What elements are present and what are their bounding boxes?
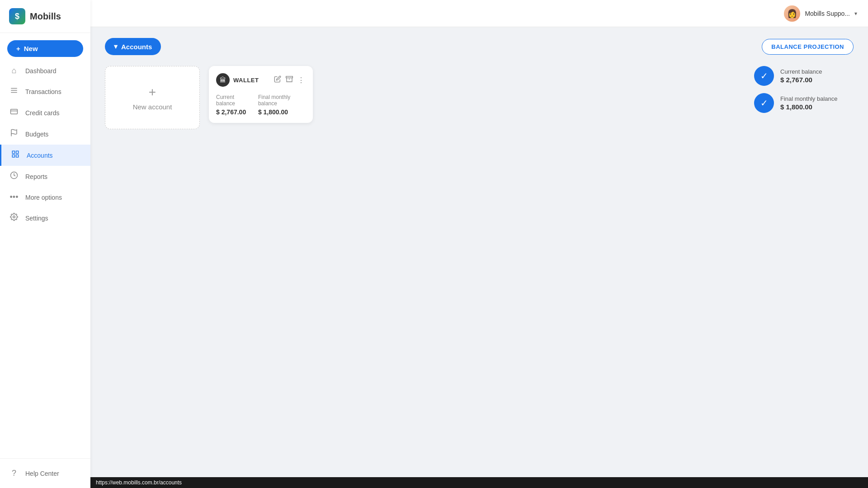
final-monthly-balance-value: $ 1,800.00 — [258, 108, 306, 116]
sidebar-item-label: Dashboard — [25, 67, 57, 75]
sidebar-bottom: ? Help Center — [0, 458, 90, 488]
sidebar-item-reports[interactable]: Reports — [0, 166, 90, 187]
chevron-down-icon: ▾ — [114, 42, 118, 51]
sidebar-item-settings[interactable]: Settings — [0, 207, 90, 229]
current-balance-col: Current balance $ 2,767.00 — [216, 94, 251, 116]
budgets-icon — [9, 129, 19, 139]
plus-icon: + — [149, 85, 156, 99]
plus-icon: + — [16, 45, 20, 52]
svg-rect-6 — [12, 151, 14, 153]
main: 👩 Mobills Suppo... ▾ ▾ Accounts BALANCE … — [90, 0, 868, 488]
new-button[interactable]: + New — [7, 40, 83, 57]
sidebar-nav: ⌂ Dashboard Transactions Credit cards Bu… — [0, 61, 90, 229]
wallet-balances: Current balance $ 2,767.00 Final monthly… — [216, 94, 306, 116]
app-logo-icon: $ — [9, 8, 25, 24]
header: 👩 Mobills Suppo... ▾ — [90, 0, 868, 27]
current-balance-value: $ 2,767.00 — [216, 108, 251, 116]
credit-card-icon — [9, 108, 19, 118]
sidebar-item-label: Credit cards — [25, 109, 59, 117]
summary-final-monthly-balance-text: Final monthly balance $ 1,800.00 — [780, 95, 837, 111]
accounts-icon — [10, 150, 20, 160]
chevron-down-icon: ▾ — [854, 10, 857, 17]
page-header: ▾ Accounts BALANCE PROJECTION — [105, 38, 854, 55]
sidebar-item-budgets[interactable]: Budgets — [0, 123, 90, 145]
new-account-label: New account — [133, 103, 172, 111]
final-monthly-balance-col: Final monthly balance $ 1,800.00 — [258, 94, 306, 116]
sidebar-item-more-options[interactable]: ••• More options — [0, 187, 90, 207]
check-pencil-icon: ✓ — [754, 93, 774, 113]
edit-icon[interactable] — [273, 75, 282, 85]
wallet-card: 🏛 WALLET ⋮ Current — [209, 66, 313, 123]
sidebar-item-dashboard[interactable]: ⌂ Dashboard — [0, 61, 90, 81]
help-label: Help Center — [25, 470, 59, 477]
app-name: Mobills — [30, 11, 61, 22]
content-area: ▾ Accounts BALANCE PROJECTION + New acco… — [90, 27, 868, 477]
avatar: 👩 — [784, 5, 800, 22]
help-icon: ? — [9, 469, 19, 478]
balance-projection-label: BALANCE PROJECTION — [771, 43, 844, 50]
cards-area: + New account 🏛 WALLET — [105, 66, 854, 129]
archive-icon[interactable] — [285, 75, 294, 85]
status-bar: https://web.mobills.com.br/accounts — [90, 477, 868, 488]
sidebar-item-label: More options — [25, 194, 62, 201]
wallet-actions: ⋮ — [273, 75, 306, 85]
accounts-dropdown-button[interactable]: ▾ Accounts — [105, 38, 161, 55]
user-name: Mobills Suppo... — [805, 10, 850, 17]
summary-final-monthly-balance: ✓ Final monthly balance $ 1,800.00 — [754, 93, 854, 113]
svg-rect-12 — [286, 76, 293, 78]
wallet-card-header: 🏛 WALLET ⋮ — [216, 73, 306, 87]
more-options-icon: ••• — [9, 192, 19, 202]
status-url: https://web.mobills.com.br/accounts — [96, 479, 182, 486]
summary-current-balance-label: Current balance — [780, 68, 822, 75]
svg-rect-7 — [16, 151, 19, 153]
list-icon — [9, 86, 19, 97]
settings-icon — [9, 213, 19, 223]
final-monthly-balance-label: Final monthly balance — [258, 94, 306, 107]
wallet-name: WALLET — [233, 77, 259, 84]
sidebar-item-help[interactable]: ? Help Center — [0, 463, 90, 483]
wallet-name-area: 🏛 WALLET — [216, 73, 259, 87]
summary-current-balance-text: Current balance $ 2,767.00 — [780, 68, 822, 84]
user-area[interactable]: 👩 Mobills Suppo... ▾ — [784, 5, 857, 22]
sidebar-item-label: Transactions — [25, 88, 61, 95]
balance-projection-button[interactable]: BALANCE PROJECTION — [762, 39, 854, 55]
reports-icon — [9, 171, 19, 182]
summary-final-monthly-balance-value: $ 1,800.00 — [780, 103, 837, 111]
summary-current-balance-value: $ 2,767.00 — [780, 76, 822, 84]
home-icon: ⌂ — [9, 66, 19, 75]
svg-rect-8 — [12, 155, 14, 157]
new-account-card[interactable]: + New account — [105, 66, 200, 129]
svg-point-11 — [13, 216, 15, 218]
summary-current-balance: ✓ Current balance $ 2,767.00 — [754, 66, 854, 86]
sidebar-item-credit-cards[interactable]: Credit cards — [0, 102, 90, 123]
sidebar-item-label: Accounts — [27, 152, 53, 159]
svg-rect-9 — [16, 155, 19, 157]
sidebar-item-label: Budgets — [25, 131, 48, 138]
sidebar: $ Mobills + New ⌂ Dashboard Transactions… — [0, 0, 90, 488]
logo-area: $ Mobills — [0, 0, 90, 33]
sidebar-item-accounts[interactable]: Accounts — [0, 145, 90, 166]
sidebar-item-label: Settings — [25, 215, 48, 222]
current-balance-label: Current balance — [216, 94, 251, 107]
svg-rect-3 — [11, 109, 18, 114]
sidebar-item-transactions[interactable]: Transactions — [0, 81, 90, 102]
sidebar-item-label: Reports — [25, 173, 47, 180]
more-options-icon[interactable]: ⋮ — [297, 75, 306, 85]
new-button-label: New — [24, 45, 38, 52]
wallet-icon: 🏛 — [216, 73, 230, 87]
page-title: Accounts — [121, 43, 152, 51]
summary-panel: ✓ Current balance $ 2,767.00 ✓ Final mon… — [754, 66, 854, 113]
summary-final-monthly-balance-label: Final monthly balance — [780, 95, 837, 102]
check-icon: ✓ — [754, 66, 774, 86]
